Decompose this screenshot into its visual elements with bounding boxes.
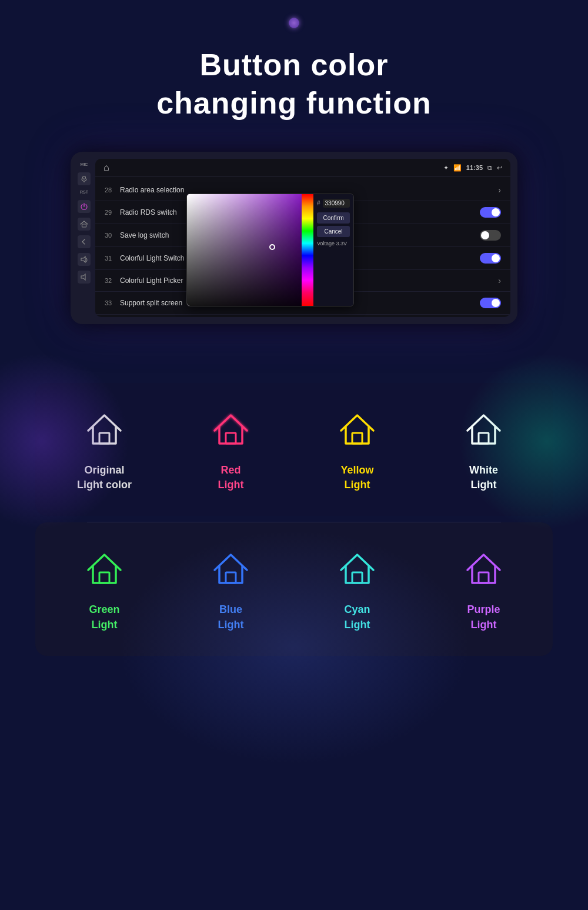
menu-number-31: 31 xyxy=(105,255,115,262)
menu-item-32-left: 32 Colorful Light Picker xyxy=(105,276,183,285)
camera-dot xyxy=(289,18,299,28)
lights-section: Original Light color xyxy=(0,359,588,685)
menu-list: 28 Radio area selection › 29 Radio RDS s… xyxy=(95,177,510,317)
picker-cursor[interactable] xyxy=(269,244,275,250)
svg-rect-3 xyxy=(99,433,109,444)
confirm-button[interactable]: Confirm xyxy=(317,212,350,224)
device-outer: MIC RST xyxy=(71,152,517,324)
svg-rect-4 xyxy=(226,433,236,444)
house-icon-cyan xyxy=(334,546,381,593)
cancel-button[interactable]: Cancel xyxy=(317,226,350,237)
menu-number-28: 28 xyxy=(105,186,115,194)
house-icon-yellow xyxy=(334,406,381,454)
menu-item-33-left: 33 Support split screen xyxy=(105,299,182,307)
back-icon: ↩ xyxy=(497,164,502,172)
svg-rect-2 xyxy=(82,224,86,227)
voltage-display: Voltage 3.3V xyxy=(317,241,350,246)
light-item-purple: Purple Light xyxy=(426,546,541,632)
light-label-purple: Purple Light xyxy=(467,602,500,632)
mic-btn[interactable] xyxy=(78,172,91,185)
menu-label-33: Support split screen xyxy=(120,299,182,307)
lights-grid-bottom: Green Light Blue Light xyxy=(35,522,553,655)
light-item-green: Green Light xyxy=(47,546,162,632)
page-title: Button color changing function xyxy=(0,46,588,122)
menu-item-30-left: 30 Save log switch xyxy=(105,231,169,239)
device-screen: ⌂ ✦ 📶 11:35 ⧉ ↩ 28 Radio area selection xyxy=(95,159,510,317)
toggle-30[interactable] xyxy=(480,230,501,241)
menu-label-28: Radio area selection xyxy=(120,186,184,194)
toggle-31[interactable] xyxy=(480,253,501,264)
light-label-green: Green Light xyxy=(89,602,119,632)
menu-label-31: Colorful Light Switch xyxy=(120,254,184,262)
menu-number-29: 29 xyxy=(105,209,115,216)
back-sidebar-btn[interactable] xyxy=(78,235,91,248)
house-icon-green xyxy=(81,546,128,593)
vol-down-btn[interactable] xyxy=(78,271,91,284)
light-label-red: Red Light xyxy=(218,463,244,492)
light-label-blue: Blue Light xyxy=(218,602,244,632)
menu-arrow-28: › xyxy=(498,185,501,195)
light-item-yellow: Yellow Light xyxy=(300,406,415,492)
wifi-icon: 📶 xyxy=(453,164,462,172)
menu-arrow-32: › xyxy=(498,276,501,285)
house-icon-original xyxy=(81,406,128,454)
hex-value[interactable]: 330990 xyxy=(323,199,350,208)
house-icon-white xyxy=(460,406,507,454)
picker-gradient[interactable] xyxy=(187,194,302,306)
light-label-white: White Light xyxy=(469,463,498,492)
status-right: ✦ 📶 11:35 ⧉ ↩ xyxy=(443,164,502,172)
house-icon-purple xyxy=(460,546,507,593)
vol-up-btn[interactable] xyxy=(78,253,91,266)
menu-label-32: Colorful Light Picker xyxy=(120,276,183,285)
picker-hex: # 330990 xyxy=(317,199,350,208)
mic-label: MIC xyxy=(81,162,88,166)
light-item-red: Red Light xyxy=(173,406,288,492)
rst-label: RST xyxy=(80,190,88,194)
menu-label-30: Save log switch xyxy=(120,231,169,239)
menu-number-33: 33 xyxy=(105,299,115,306)
home-icon[interactable]: ⌂ xyxy=(103,162,109,173)
light-item-blue: Blue Light xyxy=(173,546,288,632)
picker-hue[interactable] xyxy=(302,194,313,306)
device-sidebar: MIC RST xyxy=(75,159,93,317)
svg-rect-8 xyxy=(226,572,236,583)
menu-item-31-left: 31 Colorful Light Switch xyxy=(105,254,184,262)
menu-label-29: Radio RDS switch xyxy=(120,208,177,216)
status-bar: ⌂ ✦ 📶 11:35 ⧉ ↩ xyxy=(95,159,510,177)
svg-point-0 xyxy=(83,176,86,179)
svg-rect-7 xyxy=(99,572,109,583)
toggle-33[interactable] xyxy=(480,298,501,308)
toggle-29[interactable] xyxy=(480,207,501,218)
color-picker-popup: # 330990 Confirm Cancel Voltage 3.3V xyxy=(186,194,354,306)
window-icon: ⧉ xyxy=(487,164,492,172)
light-label-yellow: Yellow Light xyxy=(340,463,373,492)
light-item-original: Original Light color xyxy=(47,406,162,492)
svg-rect-9 xyxy=(352,572,362,583)
house-icon-red xyxy=(208,406,255,454)
light-label-original: Original Light color xyxy=(77,463,132,492)
menu-number-32: 32 xyxy=(105,277,115,284)
svg-rect-10 xyxy=(479,572,489,583)
menu-item-29-left: 29 Radio RDS switch xyxy=(105,208,177,216)
device-wrapper: MIC RST xyxy=(0,152,588,324)
power-btn[interactable] xyxy=(78,200,91,213)
lights-grid-top: Original Light color xyxy=(35,383,553,516)
light-item-cyan: Cyan Light xyxy=(300,546,415,632)
svg-rect-5 xyxy=(352,433,362,444)
svg-rect-6 xyxy=(479,433,489,444)
house-icon-blue xyxy=(208,546,255,593)
status-time: 11:35 xyxy=(466,164,483,171)
hex-hash: # xyxy=(317,200,320,206)
home-sidebar-btn[interactable] xyxy=(78,218,91,231)
title-section: Button color changing function xyxy=(0,34,588,152)
light-item-white: White Light xyxy=(426,406,541,492)
camera-area xyxy=(0,0,588,28)
status-left: ⌂ xyxy=(103,162,109,173)
light-label-cyan: Cyan Light xyxy=(344,602,370,632)
picker-right: # 330990 Confirm Cancel Voltage 3.3V xyxy=(313,194,353,306)
menu-number-30: 30 xyxy=(105,232,115,239)
menu-item-28-left: 28 Radio area selection xyxy=(105,186,184,194)
bluetooth-icon: ✦ xyxy=(443,164,449,172)
